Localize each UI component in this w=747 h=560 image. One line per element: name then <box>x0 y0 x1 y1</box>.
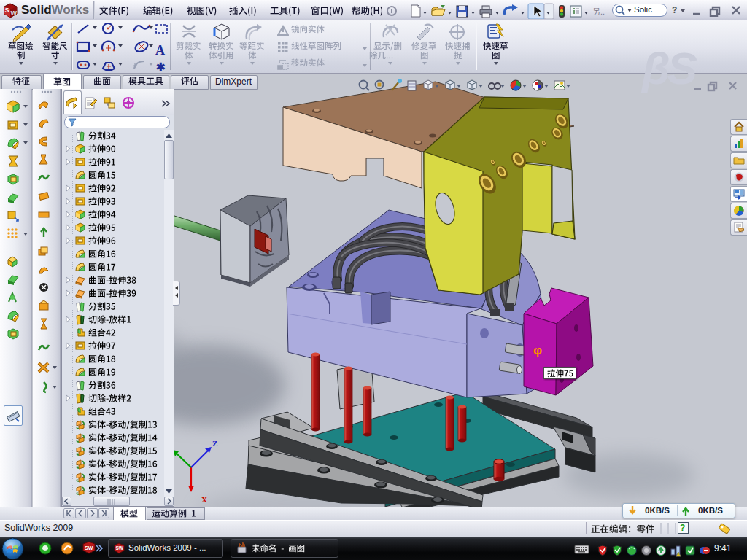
svg-text:φ: φ <box>533 343 542 357</box>
svg-text:SW: SW <box>85 545 93 551</box>
svg-text:S: S <box>5 7 9 14</box>
svg-text:X: X <box>201 495 207 504</box>
svg-text:SW: SW <box>116 545 124 551</box>
svg-text:另..: 另.. <box>592 7 605 16</box>
svg-text:A: A <box>155 43 165 58</box>
svg-text:Z: Z <box>212 439 217 448</box>
svg-text:W: W <box>11 9 18 17</box>
svg-text:✱: ✱ <box>156 61 166 71</box>
